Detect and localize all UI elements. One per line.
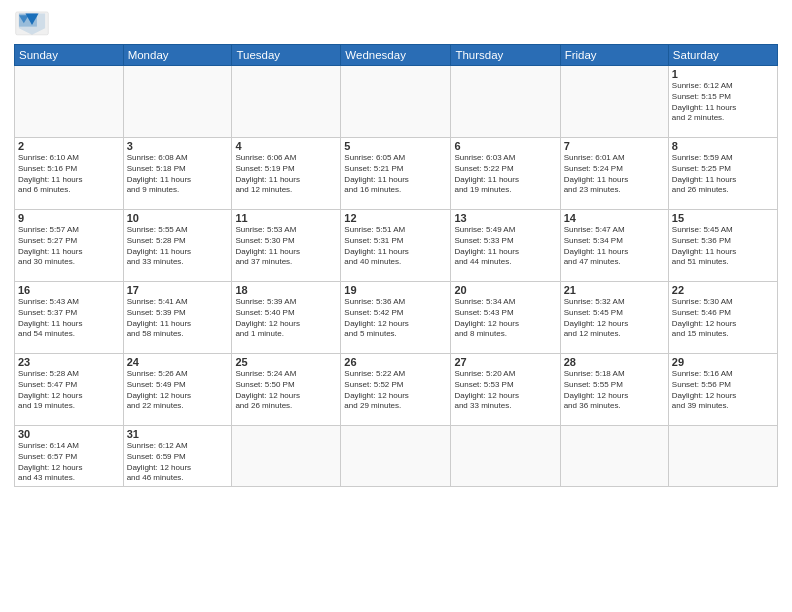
calendar-cell: 12Sunrise: 5:51 AM Sunset: 5:31 PM Dayli… [341,210,451,282]
day-info: Sunrise: 6:06 AM Sunset: 5:19 PM Dayligh… [235,153,337,196]
calendar-cell: 1Sunrise: 6:12 AM Sunset: 5:15 PM Daylig… [668,66,777,138]
day-info: Sunrise: 6:01 AM Sunset: 5:24 PM Dayligh… [564,153,665,196]
day-number: 7 [564,140,665,152]
logo [14,10,54,40]
calendar-cell [232,66,341,138]
day-number: 5 [344,140,447,152]
calendar-cell: 14Sunrise: 5:47 AM Sunset: 5:34 PM Dayli… [560,210,668,282]
general-blue-icon [14,10,50,40]
calendar-cell: 13Sunrise: 5:49 AM Sunset: 5:33 PM Dayli… [451,210,560,282]
calendar-cell [668,426,777,487]
weekday-header-tuesday: Tuesday [232,45,341,66]
calendar-cell [15,66,124,138]
calendar-cell: 8Sunrise: 5:59 AM Sunset: 5:25 PM Daylig… [668,138,777,210]
day-number: 9 [18,212,120,224]
day-number: 1 [672,68,774,80]
calendar-cell: 30Sunrise: 6:14 AM Sunset: 6:57 PM Dayli… [15,426,124,487]
day-number: 6 [454,140,556,152]
day-info: Sunrise: 5:51 AM Sunset: 5:31 PM Dayligh… [344,225,447,268]
calendar-cell [341,426,451,487]
day-number: 23 [18,356,120,368]
calendar-cell: 25Sunrise: 5:24 AM Sunset: 5:50 PM Dayli… [232,354,341,426]
calendar-week-row: 30Sunrise: 6:14 AM Sunset: 6:57 PM Dayli… [15,426,778,487]
day-info: Sunrise: 5:24 AM Sunset: 5:50 PM Dayligh… [235,369,337,412]
day-info: Sunrise: 5:22 AM Sunset: 5:52 PM Dayligh… [344,369,447,412]
day-number: 30 [18,428,120,440]
calendar-cell: 24Sunrise: 5:26 AM Sunset: 5:49 PM Dayli… [123,354,232,426]
day-info: Sunrise: 5:53 AM Sunset: 5:30 PM Dayligh… [235,225,337,268]
day-info: Sunrise: 6:05 AM Sunset: 5:21 PM Dayligh… [344,153,447,196]
calendar-cell: 6Sunrise: 6:03 AM Sunset: 5:22 PM Daylig… [451,138,560,210]
weekday-header-monday: Monday [123,45,232,66]
calendar-cell: 10Sunrise: 5:55 AM Sunset: 5:28 PM Dayli… [123,210,232,282]
calendar-cell [232,426,341,487]
day-number: 11 [235,212,337,224]
day-info: Sunrise: 5:45 AM Sunset: 5:36 PM Dayligh… [672,225,774,268]
day-info: Sunrise: 6:14 AM Sunset: 6:57 PM Dayligh… [18,441,120,484]
day-number: 29 [672,356,774,368]
day-info: Sunrise: 5:16 AM Sunset: 5:56 PM Dayligh… [672,369,774,412]
calendar-table: SundayMondayTuesdayWednesdayThursdayFrid… [14,44,778,487]
calendar-cell: 3Sunrise: 6:08 AM Sunset: 5:18 PM Daylig… [123,138,232,210]
weekday-header-saturday: Saturday [668,45,777,66]
calendar-cell [451,426,560,487]
day-info: Sunrise: 5:43 AM Sunset: 5:37 PM Dayligh… [18,297,120,340]
day-info: Sunrise: 6:12 AM Sunset: 6:59 PM Dayligh… [127,441,229,484]
calendar-week-row: 16Sunrise: 5:43 AM Sunset: 5:37 PM Dayli… [15,282,778,354]
calendar-cell: 23Sunrise: 5:28 AM Sunset: 5:47 PM Dayli… [15,354,124,426]
calendar-cell [560,426,668,487]
calendar-week-row: 23Sunrise: 5:28 AM Sunset: 5:47 PM Dayli… [15,354,778,426]
day-info: Sunrise: 6:08 AM Sunset: 5:18 PM Dayligh… [127,153,229,196]
calendar-week-row: 1Sunrise: 6:12 AM Sunset: 5:15 PM Daylig… [15,66,778,138]
weekday-header-wednesday: Wednesday [341,45,451,66]
day-number: 14 [564,212,665,224]
day-number: 22 [672,284,774,296]
calendar-cell: 31Sunrise: 6:12 AM Sunset: 6:59 PM Dayli… [123,426,232,487]
calendar-cell [451,66,560,138]
day-number: 4 [235,140,337,152]
calendar-cell: 15Sunrise: 5:45 AM Sunset: 5:36 PM Dayli… [668,210,777,282]
day-info: Sunrise: 5:49 AM Sunset: 5:33 PM Dayligh… [454,225,556,268]
day-info: Sunrise: 5:34 AM Sunset: 5:43 PM Dayligh… [454,297,556,340]
day-info: Sunrise: 5:32 AM Sunset: 5:45 PM Dayligh… [564,297,665,340]
day-number: 27 [454,356,556,368]
calendar-cell: 27Sunrise: 5:20 AM Sunset: 5:53 PM Dayli… [451,354,560,426]
day-info: Sunrise: 5:57 AM Sunset: 5:27 PM Dayligh… [18,225,120,268]
calendar-cell: 4Sunrise: 6:06 AM Sunset: 5:19 PM Daylig… [232,138,341,210]
day-number: 26 [344,356,447,368]
calendar-cell: 5Sunrise: 6:05 AM Sunset: 5:21 PM Daylig… [341,138,451,210]
day-info: Sunrise: 5:59 AM Sunset: 5:25 PM Dayligh… [672,153,774,196]
day-info: Sunrise: 5:55 AM Sunset: 5:28 PM Dayligh… [127,225,229,268]
day-info: Sunrise: 5:41 AM Sunset: 5:39 PM Dayligh… [127,297,229,340]
calendar-cell: 17Sunrise: 5:41 AM Sunset: 5:39 PM Dayli… [123,282,232,354]
calendar-cell: 18Sunrise: 5:39 AM Sunset: 5:40 PM Dayli… [232,282,341,354]
day-number: 28 [564,356,665,368]
day-number: 15 [672,212,774,224]
weekday-header-friday: Friday [560,45,668,66]
day-number: 3 [127,140,229,152]
calendar-cell: 11Sunrise: 5:53 AM Sunset: 5:30 PM Dayli… [232,210,341,282]
weekday-header-thursday: Thursday [451,45,560,66]
day-number: 13 [454,212,556,224]
calendar-cell: 22Sunrise: 5:30 AM Sunset: 5:46 PM Dayli… [668,282,777,354]
day-info: Sunrise: 6:10 AM Sunset: 5:16 PM Dayligh… [18,153,120,196]
calendar-cell: 7Sunrise: 6:01 AM Sunset: 5:24 PM Daylig… [560,138,668,210]
day-number: 25 [235,356,337,368]
day-number: 16 [18,284,120,296]
calendar-week-row: 2Sunrise: 6:10 AM Sunset: 5:16 PM Daylig… [15,138,778,210]
calendar-cell [341,66,451,138]
day-info: Sunrise: 5:36 AM Sunset: 5:42 PM Dayligh… [344,297,447,340]
weekday-header-row: SundayMondayTuesdayWednesdayThursdayFrid… [15,45,778,66]
day-info: Sunrise: 5:18 AM Sunset: 5:55 PM Dayligh… [564,369,665,412]
day-info: Sunrise: 5:28 AM Sunset: 5:47 PM Dayligh… [18,369,120,412]
day-number: 17 [127,284,229,296]
calendar-cell [123,66,232,138]
day-number: 10 [127,212,229,224]
day-number: 8 [672,140,774,152]
calendar-cell: 2Sunrise: 6:10 AM Sunset: 5:16 PM Daylig… [15,138,124,210]
day-info: Sunrise: 5:47 AM Sunset: 5:34 PM Dayligh… [564,225,665,268]
calendar-cell: 9Sunrise: 5:57 AM Sunset: 5:27 PM Daylig… [15,210,124,282]
calendar-cell: 28Sunrise: 5:18 AM Sunset: 5:55 PM Dayli… [560,354,668,426]
calendar-cell: 19Sunrise: 5:36 AM Sunset: 5:42 PM Dayli… [341,282,451,354]
day-number: 24 [127,356,229,368]
